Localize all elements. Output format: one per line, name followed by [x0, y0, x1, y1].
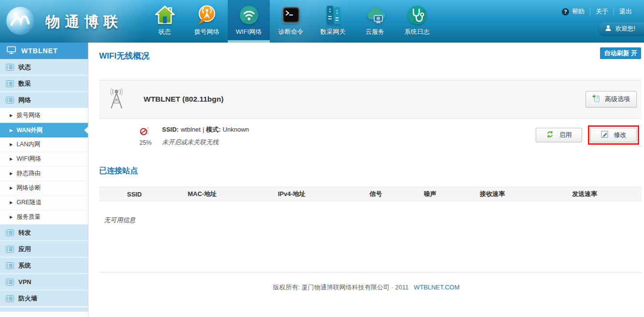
sidebar-item-dial-network[interactable]: ▶ 拨号网络 — [0, 108, 88, 123]
wifi-status-row: 25% SSID:wtblnet|模式:Unknown 未开启或未关联无线 — [88, 119, 644, 153]
sidebar-item-label: 网络 — [18, 96, 31, 105]
wifi-overview-panel: WTBLNET (802.11bgn) 高级选项 — [99, 80, 642, 119]
sidebar-item-qos[interactable]: ▶ 服务质量 — [0, 210, 88, 225]
sidebar-item-vpn[interactable]: VPN — [0, 274, 88, 290]
copyright-text: 版权所有: 厦门物通博联网络科技有限公司 · 2011 — [273, 284, 409, 291]
auto-refresh-toggle[interactable]: 自动刷新 开 — [600, 47, 641, 59]
top-links: ? 帮助 关于 退出 — [556, 8, 637, 15]
sidebar-item-label: 拨号网络 — [16, 111, 41, 120]
about-label: 关于 — [596, 7, 608, 16]
logout-label: 退出 — [619, 7, 632, 16]
brand-name: 物通博联 — [45, 12, 123, 32]
list-icon — [6, 295, 14, 302]
enable-button[interactable]: 启用 — [536, 128, 582, 142]
sidebar-item-label: WAN外网 — [16, 126, 43, 135]
list-icon — [6, 246, 14, 253]
sidebar-item-label: 转发 — [18, 228, 31, 237]
column-header-ipv4: IPv4-地址 — [234, 190, 349, 198]
nav-tab-cloud-service[interactable]: 云服务 — [354, 0, 396, 43]
refresh-icon — [546, 131, 554, 139]
main-content: WIFI无线概况 自动刷新 开 WTBLNET (802.11bgn) — [88, 43, 644, 317]
help-link[interactable]: ? 帮助 — [556, 8, 590, 15]
nav-tab-label: 拨号网络 — [194, 28, 220, 36]
wifi-action-buttons: 启用 修改 — [536, 125, 639, 145]
sidebar-item-gre-tunnel[interactable]: ▶ GRE隧道 — [0, 196, 88, 210]
sidebar-item-label: LAN内网 — [16, 140, 40, 149]
nav-tab-dial-network[interactable]: 拨号网络 — [186, 0, 228, 43]
about-link[interactable]: 关于 — [590, 8, 614, 15]
footer-link[interactable]: WTBLNET.COM — [414, 284, 460, 291]
server-gateway-icon — [322, 4, 344, 26]
sidebar-item-network[interactable]: 网络 — [0, 92, 88, 108]
sidebar-item-system[interactable]: 系统 — [0, 257, 88, 274]
sidebar-item-static-route[interactable]: ▶ 静态路由 — [0, 166, 88, 181]
nav-tab-system-log[interactable]: 系统日志 — [396, 0, 438, 43]
caret-right-icon: ▶ — [10, 113, 13, 118]
separator: | — [203, 126, 204, 133]
broadcast-icon — [196, 4, 218, 26]
sidebar-item-label: 网络诊断 — [16, 184, 41, 192]
sidebar-item-label: VPN — [18, 278, 31, 286]
wifi-status-text: 未开启或未关联无线 — [162, 138, 249, 147]
wifi-network-title: WTBLNET (802.11bgn) — [144, 95, 223, 104]
welcome-label: 欢迎您! — [615, 25, 635, 33]
page-title: WIFI无线概况 — [99, 50, 644, 61]
caret-right-icon: ▶ — [10, 171, 13, 176]
sidebar-item-application[interactable]: 应用 — [0, 241, 88, 257]
advanced-options-button[interactable]: 高级选项 — [585, 91, 637, 107]
cloud-icon — [364, 4, 386, 26]
edit-icon — [601, 131, 608, 139]
caret-right-icon: ▶ — [10, 128, 13, 133]
sidebar-item-wan[interactable]: ▶ WAN外网 — [0, 123, 88, 137]
sidebar-item-data-acquisition[interactable]: 数采 — [0, 75, 88, 92]
sidebar-item-label: 服务质量 — [16, 213, 41, 221]
footer-divider — [99, 272, 642, 272]
wifi-icon — [238, 4, 260, 26]
list-icon — [6, 279, 14, 286]
advanced-options-label: 高级选项 — [605, 95, 630, 104]
modify-button[interactable]: 修改 — [590, 128, 637, 142]
nav-tab-diagnostic-command[interactable]: 诊断命令 — [270, 0, 312, 43]
sidebar-item-label: WIFI网络 — [16, 155, 41, 163]
nav-tab-status[interactable]: 状态 — [144, 0, 186, 43]
caret-right-icon: ▶ — [10, 186, 13, 190]
ssid-value: wtblnet — [181, 126, 201, 133]
logout-link[interactable]: 退出 — [614, 8, 637, 15]
empty-table-message: 无可用信息 — [104, 216, 644, 225]
caret-right-icon: ▶ — [10, 157, 13, 161]
list-icon — [6, 262, 14, 269]
signal-block: 25% — [137, 125, 154, 146]
signal-percent: 25% — [139, 139, 151, 146]
sidebar-item-firewall[interactable]: 防火墙 — [0, 290, 88, 307]
sidebar-item-label: 状态 — [18, 63, 31, 72]
nav-tab-label: 诊断命令 — [278, 28, 304, 36]
column-header-signal: 信号 — [349, 190, 403, 198]
stethoscope-icon — [406, 4, 428, 26]
sidebar-item-lan[interactable]: ▶ LAN内网 — [0, 137, 88, 152]
stations-table-header: SSID MAC-地址 IPv4-地址 信号 噪声 接收速率 发送速率 — [99, 187, 642, 201]
list-icon — [6, 97, 14, 104]
sidebar-item-wifi[interactable]: ▶ WIFI网络 — [0, 152, 88, 166]
sidebar: WTBLNET 状态 数采 网络 ▶ 拨号网络 ▶ WAN外网 ▶ LAN内网 … — [0, 43, 88, 317]
enable-label: 启用 — [559, 131, 572, 139]
sidebar-item-forwarding[interactable]: 转发 — [0, 225, 88, 241]
highlight-annotation: 修改 — [588, 125, 639, 145]
brand-logo: 物通博联 — [5, 5, 123, 38]
sidebar-item-label: 应用 — [18, 245, 31, 254]
mode-label: 模式: — [206, 126, 220, 133]
sidebar-item-status[interactable]: 状态 — [0, 59, 88, 75]
nav-tab-label: 状态 — [159, 28, 171, 36]
sidebar-item-label: 防火墙 — [18, 294, 37, 303]
ssid-info: SSID:wtblnet|模式:Unknown 未开启或未关联无线 — [162, 125, 249, 147]
list-icon — [6, 64, 14, 71]
nav-tab-wifi-network[interactable]: WIFI网络 — [228, 0, 270, 43]
sidebar-item-network-diagnosis[interactable]: ▶ 网络诊断 — [0, 181, 88, 196]
mode-value: Unknown — [223, 126, 249, 133]
column-header-noise: 噪声 — [403, 190, 457, 198]
sidebar-item-label: GRE隧道 — [16, 198, 42, 207]
top-header: 物通博联 状态 — [0, 0, 644, 43]
nav-tab-data-gateway[interactable]: 数采网关 — [312, 0, 354, 43]
welcome-pill[interactable]: 欢迎您! — [599, 22, 644, 35]
list-icon — [6, 80, 14, 87]
sidebar-item-label: 系统 — [18, 261, 31, 270]
